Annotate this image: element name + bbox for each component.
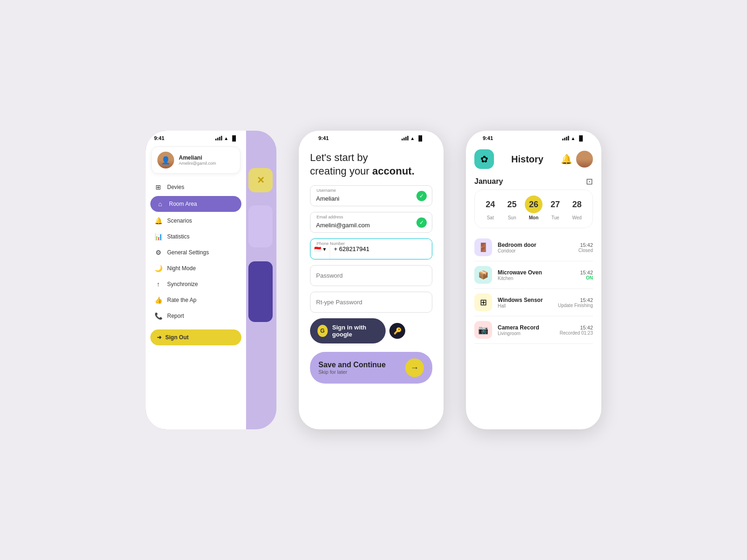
retype-password-input[interactable]	[310, 292, 432, 313]
email-check-icon: ✓	[416, 217, 427, 228]
nav-item-night-mode[interactable]: 🌙 Night Mode	[146, 260, 246, 276]
nav-label-statistics: Statistics	[167, 233, 190, 240]
app-icon[interactable]: ✿	[474, 149, 494, 169]
extra-action-button[interactable]: 🔑	[389, 323, 405, 339]
nav-item-scenarios[interactable]: 🔔 Scenarios	[146, 213, 246, 229]
nav-label-devies: Devies	[167, 184, 184, 190]
nav-item-rate-app[interactable]: 👍 Rate the Ap	[146, 292, 246, 308]
calendar-box: 24 25 26 27 28	[474, 189, 593, 228]
cal-numbers-row: 24 25 26 27 28	[479, 196, 588, 213]
username-check-icon: ✓	[416, 191, 427, 201]
rate-app-icon: 👍	[154, 296, 162, 304]
bg-block-purple	[248, 205, 273, 247]
google-signin-button[interactable]: G Sign in with google	[310, 318, 386, 343]
cal-label-tue: Tue	[546, 215, 564, 220]
battery-icon-3: ▐▌	[577, 135, 585, 141]
password-input[interactable]	[310, 265, 432, 286]
status-bar-1: 9:41 ▲ ▐▌	[146, 131, 246, 143]
google-btn-label: Sign in with google	[332, 324, 379, 338]
general-settings-icon: ⚙	[154, 249, 162, 256]
nav-item-general-settings[interactable]: ⚙ General Settings	[146, 245, 246, 260]
cal-label-wed: Wed	[568, 215, 586, 220]
google-row: G Sign in with google 🔑	[310, 318, 432, 343]
bg-block-dark	[248, 261, 273, 322]
phone-sidebar: ✕ 9:41 ▲ ▐▌	[146, 131, 276, 429]
nav-label-room-area: Room Area	[169, 201, 197, 207]
bedroom-door-name: Bedroom door	[498, 242, 573, 248]
phone-history: 9:41 ▲ ▐▌ ✿ History 🔔	[466, 131, 601, 429]
bedroom-door-status: Closed	[578, 248, 593, 253]
profile-info: Ameliani Amelini@gamil.com	[179, 154, 234, 166]
title-line1: Let's start by	[310, 152, 368, 163]
sign-out-icon: ➜	[157, 334, 162, 341]
wifi-icon-2: ▲	[410, 136, 415, 141]
camera-icon: 📷	[474, 321, 492, 339]
nav-item-synchronize[interactable]: ↑ Synchronize	[146, 276, 246, 292]
title-bold: acconut.	[372, 165, 414, 177]
devies-icon: ⊞	[154, 183, 162, 191]
status-icons-3: ▲ ▐▌	[562, 135, 585, 141]
cal-day-28[interactable]: 28	[568, 196, 586, 213]
cal-label-mon: Mon	[524, 215, 543, 220]
camera-time-val: 15:42	[560, 325, 593, 330]
microwave-status: ON	[580, 275, 593, 280]
camera-time: 15:42 Recorded 01:23	[560, 325, 593, 336]
windows-sensor-status: Update Finishing	[558, 303, 593, 308]
microwave-info: Microwave Oven Kitchen	[498, 269, 574, 281]
device-windows-sensor[interactable]: ⊞ Windows Sensor Hall 15:42 Update Finis…	[474, 289, 593, 316]
username-field: Username ✓	[310, 185, 432, 206]
chevron-down-icon: ▾	[323, 246, 326, 252]
nav-item-statistics[interactable]: 📊 Statistics	[146, 229, 246, 245]
device-camera[interactable]: 📷 Camera Record Livingroom 15:42 Recorde…	[474, 316, 593, 344]
cal-label-text-sat: Sat	[487, 215, 494, 220]
avatar-history[interactable]	[576, 151, 593, 168]
cal-label-sun: Sun	[503, 215, 521, 220]
room-area-icon: ⌂	[156, 200, 164, 208]
nav-item-report[interactable]: 📞 Report	[146, 308, 246, 324]
sign-out-button[interactable]: ➜ Sign Out	[150, 329, 241, 345]
avatar: 👤	[157, 152, 174, 168]
arrow-icon: →	[405, 358, 424, 377]
cal-label-sat: Sat	[481, 215, 500, 220]
save-continue-button[interactable]: Save and Continue Skip for later →	[310, 352, 432, 384]
form-title: Let's start by creating your acconut.	[310, 143, 432, 185]
email-field: Email address ✓	[310, 212, 432, 233]
cal-day-25[interactable]: 25	[503, 196, 521, 213]
camera-status: Recorded 01:23	[560, 330, 593, 336]
nav-label-synchronize: Synchronize	[167, 281, 198, 287]
cal-label-text-wed: Wed	[572, 215, 582, 220]
signal-icon-3	[562, 136, 569, 140]
microwave-time-val: 15:42	[580, 270, 593, 275]
bedroom-door-location: Coridoor	[498, 248, 573, 253]
phone-field-wrap-outer: Phone Number 🇮🇩 ▾	[310, 238, 432, 259]
statistics-icon: 📊	[154, 233, 162, 240]
bedroom-door-time-val: 15:42	[578, 242, 593, 248]
nav-item-devies[interactable]: ⊞ Devies	[146, 179, 246, 195]
close-button[interactable]: ✕	[248, 168, 273, 192]
windows-sensor-name: Windows Sensor	[498, 297, 552, 303]
form-content: 9:41 ▲ ▐▌ Let's start by creating your a…	[299, 131, 444, 429]
status-icons-1: ▲ ▐▌	[215, 135, 238, 141]
cal-num-26: 26	[525, 196, 543, 213]
cal-num-25: 25	[503, 196, 521, 213]
cal-day-26[interactable]: 26	[524, 196, 543, 213]
windows-sensor-time-val: 15:42	[558, 297, 593, 303]
status-time-2: 9:41	[318, 135, 329, 141]
cal-day-27[interactable]: 27	[546, 196, 564, 213]
nav-label-scenarios: Scenarios	[167, 217, 192, 224]
cal-label-text-mon: Mon	[529, 215, 539, 220]
cal-day-24[interactable]: 24	[481, 196, 500, 213]
avatar-face: 👤	[157, 152, 174, 168]
status-bar-2: 9:41 ▲ ▐▌	[310, 131, 432, 143]
bell-icon[interactable]: 🔔	[561, 154, 572, 165]
cal-num-24: 24	[481, 196, 499, 213]
windows-sensor-location: Hall	[498, 303, 552, 308]
calendar-icon[interactable]: ⊡	[586, 176, 593, 187]
profile-card: 👤 Ameliani Amelini@gamil.com	[151, 147, 240, 174]
cal-labels-row: Sat Sun Mon Tue Wed	[479, 215, 588, 220]
nav-item-room-area[interactable]: ⌂ Room Area	[150, 196, 241, 212]
device-bedroom-door[interactable]: 🚪 Bedroom door Coridoor 15:42 Closed	[474, 234, 593, 261]
device-microwave[interactable]: 📦 Microwave Oven Kitchen 15:42 ON	[474, 261, 593, 289]
nav-label-night-mode: Night Mode	[167, 265, 196, 272]
history-header: ✿ History 🔔	[474, 143, 593, 174]
